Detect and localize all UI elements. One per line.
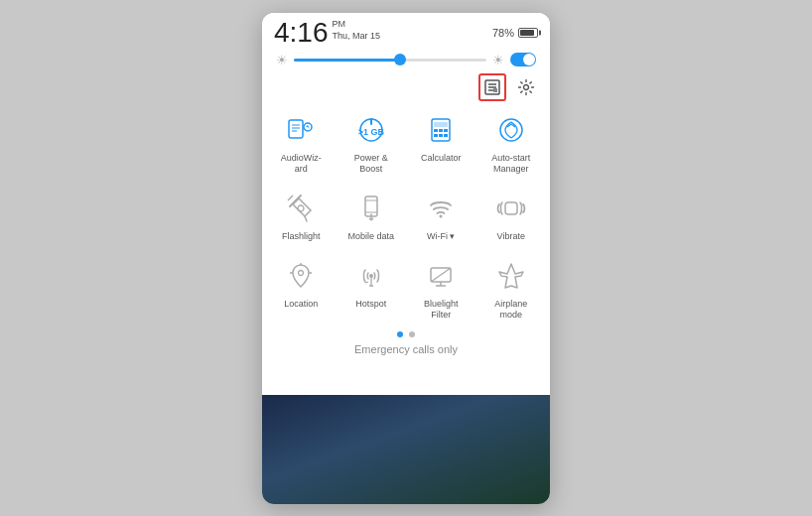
time-display: 4:16 [274,19,329,47]
notes-button[interactable] [478,73,506,101]
svg-rect-18 [434,134,438,137]
quick-item-vibrate[interactable]: Vibrate [476,182,547,249]
quick-item-flashlight[interactable]: Flashlight [266,182,337,249]
svg-point-37 [299,270,304,275]
mobile-data-label: Mobile data [347,231,394,243]
svg-text:>1 GB: >1 GB [358,127,385,137]
quick-item-calculator[interactable]: Calculator [406,103,476,182]
dot-1 [397,331,403,337]
audiowizard-label: AudioWiz-ard [281,153,322,176]
date: Thu, Mar 15 [333,31,381,43]
battery-percent: 78% [492,27,514,39]
quick-item-autostart[interactable]: Auto-startManager [476,103,547,182]
status-bar: 4:16 PM Thu, Mar 15 78% [262,13,550,49]
quick-panel: AudioWiz-ard >1 GB Power &Boost [262,101,550,395]
wallpaper-area [262,395,550,504]
phone-frame: 4:16 PM Thu, Mar 15 78% ☀ ☀ [262,13,550,504]
calculator-icon [422,111,460,149]
bluelight-icon [422,257,460,295]
calculator-label: Calculator [421,153,462,165]
status-icons: 78% [492,27,538,39]
panel-header [262,71,550,101]
autostart-icon [492,111,530,149]
quick-item-location[interactable]: Location [266,249,337,327]
svg-rect-6 [289,120,303,138]
svg-rect-25 [365,196,377,216]
auto-brightness-toggle[interactable] [510,53,536,66]
svg-rect-19 [439,134,443,137]
emergency-text: Emergency calls only [266,343,546,361]
svg-point-28 [370,213,372,215]
quick-item-bluelight[interactable]: BluelightFilter [406,249,476,327]
battery-icon [518,28,538,38]
svg-rect-14 [434,122,448,127]
svg-line-43 [431,268,451,282]
dot-2 [409,331,415,337]
svg-point-38 [369,274,373,278]
ampm: PM [333,19,381,31]
power-boost-label: Power &Boost [354,153,388,176]
bluelight-label: BluelightFilter [424,299,459,322]
airplane-label: Airplanemode [494,299,527,322]
airplane-icon [492,257,530,295]
svg-rect-33 [505,202,517,214]
quick-item-airplane[interactable]: Airplanemode [476,249,547,327]
brightness-slider[interactable] [294,59,486,62]
quick-grid: AudioWiz-ard >1 GB Power &Boost [266,103,546,327]
settings-button[interactable] [512,73,540,101]
svg-rect-17 [444,129,448,132]
auto-brightness-icon: ☀ [492,53,504,67]
wifi-label: Wi-Fi ▾ [427,231,456,243]
audiowizard-icon [282,111,320,149]
location-label: Location [284,299,318,311]
svg-rect-16 [439,129,443,132]
quick-item-hotspot[interactable]: Hotspot [337,249,407,327]
vibrate-label: Vibrate [497,231,525,243]
autostart-label: Auto-startManager [491,153,530,176]
flashlight-icon [282,190,320,227]
pagination-dots [266,327,546,343]
brightness-row[interactable]: ☀ ☀ [262,49,550,71]
svg-point-24 [298,205,304,211]
vibrate-icon [492,190,530,227]
svg-rect-4 [493,88,497,92]
svg-point-32 [440,214,443,217]
power-boost-icon: >1 GB [352,111,390,149]
svg-point-5 [524,84,529,89]
quick-item-audiowizard[interactable]: AudioWiz-ard [266,103,337,182]
settings-icon [517,78,535,96]
quick-item-mobile-data[interactable]: Mobile data [337,182,407,249]
brightness-min-icon: ☀ [276,53,288,67]
hotspot-label: Hotspot [355,299,386,311]
notes-icon [483,78,501,96]
svg-rect-20 [444,134,448,137]
svg-line-23 [288,195,293,200]
quick-item-power-boost[interactable]: >1 GB Power &Boost [337,103,407,182]
mobile-data-icon [352,190,390,227]
time-block: 4:16 PM Thu, Mar 15 [274,19,380,47]
location-icon [282,257,320,295]
time-details: PM Thu, Mar 15 [333,19,381,46]
svg-rect-15 [434,129,438,132]
wifi-icon [422,190,460,227]
flashlight-label: Flashlight [282,231,321,243]
quick-item-wifi[interactable]: Wi-Fi ▾ [406,182,476,249]
hotspot-icon [352,257,390,295]
